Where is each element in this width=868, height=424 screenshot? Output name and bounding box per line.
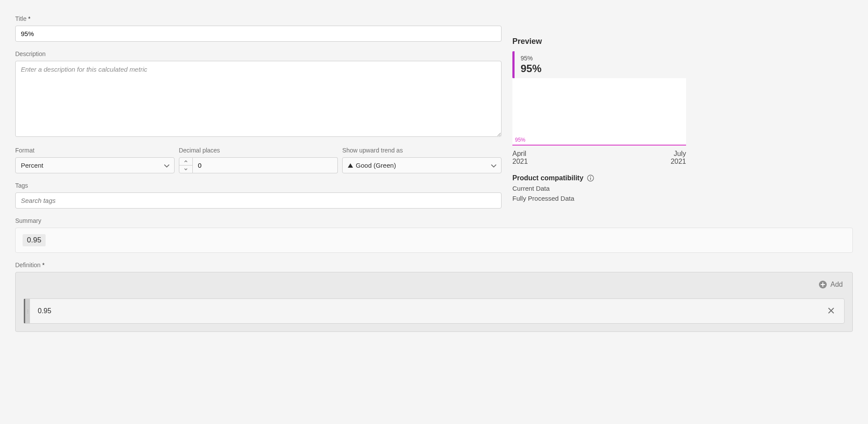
tags-input[interactable] bbox=[15, 192, 502, 209]
stepper-down-button[interactable] bbox=[179, 166, 192, 173]
close-icon bbox=[828, 307, 835, 314]
tags-group: Tags bbox=[15, 182, 502, 209]
decimal-group: Decimal places bbox=[179, 147, 338, 173]
summary-group: Summary 0.95 bbox=[15, 217, 853, 253]
tags-label: Tags bbox=[15, 182, 502, 189]
add-button[interactable]: Add bbox=[818, 280, 843, 289]
compat-heading: Product compatibility bbox=[512, 174, 686, 182]
compat-title-text: Product compatibility bbox=[512, 174, 584, 182]
trend-value: Good (Green) bbox=[356, 162, 396, 169]
triangle-up-icon bbox=[348, 163, 353, 168]
definition-item-value: 0.95 bbox=[30, 300, 818, 322]
date-from-year: 2021 bbox=[512, 158, 528, 166]
title-label: Title bbox=[15, 15, 502, 22]
description-group: Description bbox=[15, 50, 502, 138]
date-to-month: July bbox=[670, 150, 686, 158]
description-textarea[interactable] bbox=[15, 61, 502, 137]
chart-date-range: April 2021 July 2021 bbox=[512, 150, 686, 166]
remove-button[interactable] bbox=[818, 306, 844, 316]
chevron-down-icon bbox=[184, 168, 188, 170]
svg-rect-3 bbox=[590, 178, 591, 180]
title-group: Title bbox=[15, 15, 502, 42]
preview-heading: Preview bbox=[512, 37, 686, 46]
info-icon[interactable] bbox=[587, 175, 594, 182]
drag-handle[interactable]: ⋮ bbox=[24, 299, 30, 323]
definition-label: Definition bbox=[15, 262, 853, 268]
summary-value: 0.95 bbox=[23, 234, 46, 246]
definition-box: Add ⋮ 0.95 bbox=[15, 272, 853, 332]
svg-point-2 bbox=[590, 176, 591, 177]
chart-series-label: 95% bbox=[515, 137, 525, 143]
format-group: Format Percent bbox=[15, 147, 175, 173]
date-to: July 2021 bbox=[670, 150, 686, 166]
title-input[interactable] bbox=[15, 26, 502, 42]
date-to-year: 2021 bbox=[670, 158, 686, 166]
format-select[interactable]: Percent bbox=[15, 157, 175, 173]
decimal-stepper bbox=[179, 157, 193, 173]
format-value: Percent bbox=[21, 162, 43, 169]
date-from-month: April bbox=[512, 150, 528, 158]
summary-box: 0.95 bbox=[15, 228, 853, 253]
trend-select[interactable]: Good (Green) bbox=[342, 157, 502, 173]
preview-small-value: 95% bbox=[521, 55, 680, 62]
compat-item: Fully Processed Data bbox=[512, 195, 686, 202]
plus-circle-icon bbox=[818, 280, 827, 289]
preview-chart: 95% bbox=[512, 78, 686, 146]
definition-group: Definition Add ⋮ 0.95 bbox=[15, 262, 853, 332]
add-label: Add bbox=[831, 281, 843, 288]
definition-item: ⋮ 0.95 bbox=[23, 298, 845, 324]
description-label: Description bbox=[15, 50, 502, 57]
stepper-up-button[interactable] bbox=[179, 158, 192, 166]
decimal-label: Decimal places bbox=[179, 147, 338, 154]
chevron-up-icon bbox=[184, 160, 188, 162]
compat-item: Current Data bbox=[512, 185, 686, 192]
summary-label: Summary bbox=[15, 217, 853, 224]
preview-card: 95% 95% bbox=[512, 51, 686, 78]
trend-group: Show upward trend as Good (Green) bbox=[342, 147, 502, 173]
date-from: April 2021 bbox=[512, 150, 528, 166]
trend-label: Show upward trend as bbox=[342, 147, 502, 154]
format-label: Format bbox=[15, 147, 175, 154]
preview-big-value: 95% bbox=[521, 63, 680, 75]
decimal-input[interactable] bbox=[193, 157, 338, 173]
